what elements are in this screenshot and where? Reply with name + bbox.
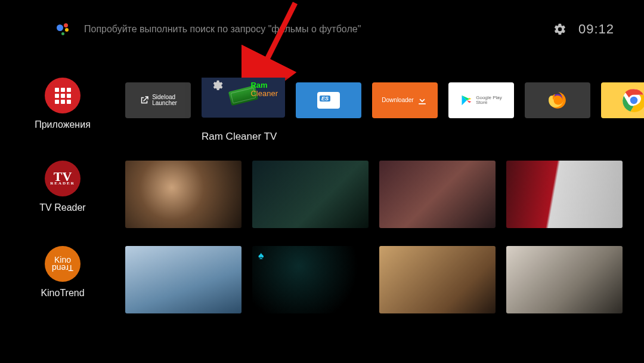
open-external-icon [139, 95, 150, 106]
content-tile[interactable] [252, 161, 369, 228]
chrome-icon [622, 88, 644, 112]
clock: 09:12 [578, 21, 614, 37]
app-tile-es-explorer[interactable]: ES [296, 82, 361, 118]
download-icon [416, 94, 428, 106]
content-tile[interactable] [379, 246, 496, 313]
app-tile-chrome[interactable] [601, 82, 644, 118]
content-tile[interactable] [379, 161, 496, 228]
folder-icon: ES [317, 92, 340, 109]
apps-grid-icon [55, 88, 71, 104]
app-tile-ram-cleaner[interactable]: RamCleaner [202, 78, 285, 118]
app-tile-downloader[interactable]: Downloader [372, 82, 438, 118]
app-tile-firefox[interactable] [525, 82, 590, 118]
content-tile[interactable] [506, 246, 623, 313]
search-hint[interactable]: Попробуйте выполнить поиск по запросу "ф… [84, 24, 553, 35]
apps-channel-icon[interactable] [45, 78, 80, 113]
assistant-logo-icon[interactable] [57, 22, 71, 36]
play-store-icon [460, 94, 472, 107]
content-tile[interactable] [252, 246, 369, 313]
app-tile-sideload-launcher[interactable]: SideloadLauncher [125, 82, 191, 118]
tvreader-channel-label: TV Reader [39, 202, 85, 213]
apps-channel-label: Приложения [35, 119, 91, 130]
content-tile[interactable] [506, 161, 623, 228]
gear-icon[interactable] [553, 23, 566, 36]
kinotrend-channel-label: KinoTrend [41, 288, 84, 299]
content-tile[interactable] [125, 161, 242, 228]
kinotrend-icon: KinoTrend [52, 256, 73, 272]
tv-reader-icon: TVREADER [50, 171, 75, 185]
tvreader-channel-icon[interactable]: TVREADER [45, 161, 80, 196]
app-tile-google-play[interactable]: Google PlayStore [448, 82, 514, 118]
content-tile[interactable] [125, 246, 242, 313]
kinotrend-channel-icon[interactable]: KinoTrend [45, 246, 80, 282]
selected-app-label: Ram Cleaner TV [125, 131, 644, 143]
firefox-icon [547, 90, 568, 110]
ram-cleaner-text: RamCleaner [250, 81, 278, 97]
gear-icon [210, 79, 223, 92]
